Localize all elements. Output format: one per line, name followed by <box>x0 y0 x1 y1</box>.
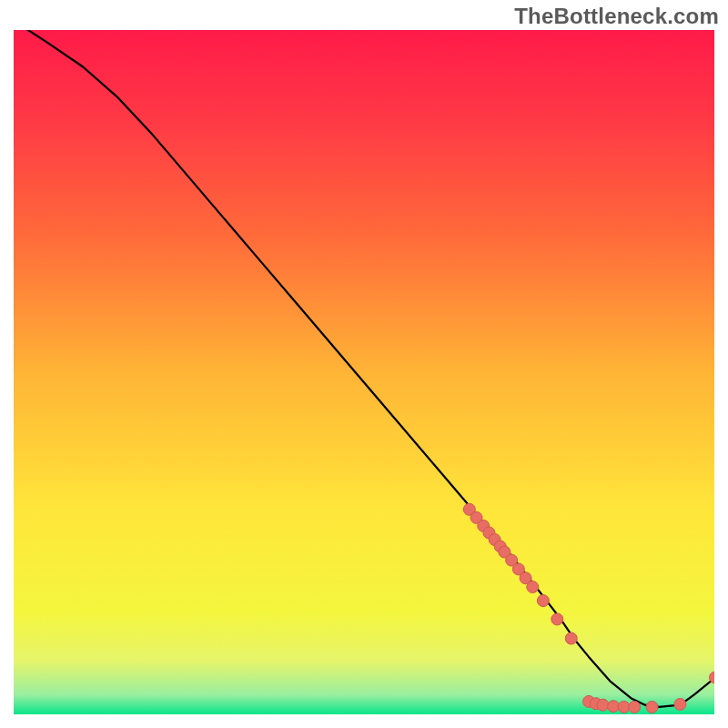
data-marker <box>537 595 549 607</box>
data-marker <box>618 701 630 713</box>
data-marker <box>674 698 686 710</box>
data-marker <box>597 699 609 711</box>
data-marker <box>565 632 577 644</box>
gradient-background <box>13 29 715 715</box>
bottleneck-chart <box>13 29 715 715</box>
data-marker <box>646 701 658 713</box>
plot-area <box>13 29 715 715</box>
data-marker <box>629 701 641 713</box>
data-marker <box>527 581 539 593</box>
watermark-text: TheBottleneck.com <box>514 4 719 29</box>
data-marker <box>608 701 620 713</box>
chart-container: TheBottleneck.com <box>0 0 728 728</box>
data-marker <box>551 613 563 625</box>
